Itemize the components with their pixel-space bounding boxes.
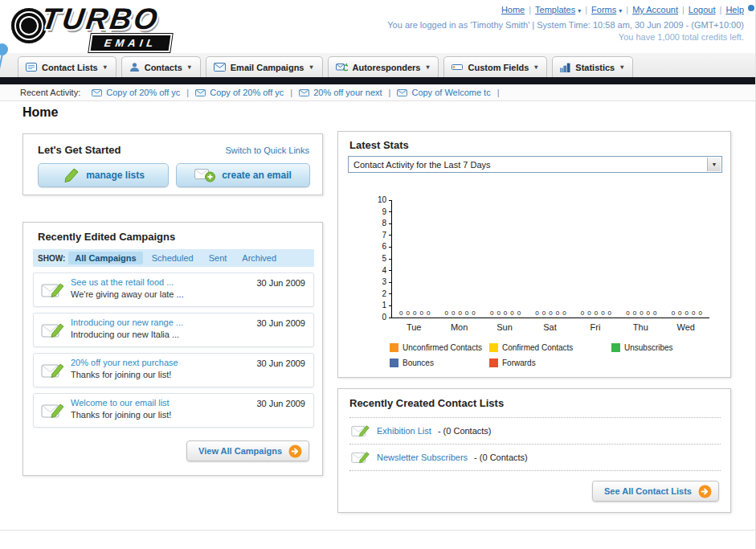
legend-swatch [489,343,498,352]
y-axis-tick [389,318,392,318]
tab-contact-lists[interactable]: Contact Lists▾ [18,56,116,77]
recent-activity-item[interactable]: Copy of Welcome tc [397,88,490,97]
tab-autoresponders[interactable]: Autoresponders▾ [328,56,439,77]
footer-divider [0,530,755,531]
see-all-contact-lists-label: See All Contact Lists [604,486,692,496]
contact-list-link[interactable]: Exhibition List [377,426,431,436]
view-all-campaigns-button[interactable]: View All Campaigns [186,440,309,461]
campaign-card[interactable]: Introducing our new range ...Introducing… [33,313,314,347]
separator: | [497,88,500,97]
contact-list-row[interactable]: Newsletter Subscribers- (0 Contacts) [349,444,721,470]
get-started-title: Let's Get Started [38,144,121,156]
legend-item: Unconfirmed Contacts [390,343,489,352]
top-link-home[interactable]: Home [501,5,525,14]
nav-underline-bar [0,77,755,84]
recent-activity-link[interactable]: Copy of 20% off yc [106,88,180,97]
tab-contacts[interactable]: Contacts▾ [121,56,201,77]
campaign-edit-icon [41,361,65,380]
top-link-help[interactable]: Help [725,5,744,14]
contacts-icon [129,62,140,72]
chevron-down-icon: ▾ [534,64,537,71]
switch-quick-links-link[interactable]: Switch to Quick Links [225,145,309,155]
legend-item: Unsubscribes [611,343,673,352]
contact-list-detail: - (0 Contacts) [438,426,492,436]
recent-activity-link[interactable]: 20% off your next [313,88,382,97]
y-axis-tick-label: 4 [370,267,386,275]
create-email-button[interactable]: create an email [176,163,310,187]
tab-custom-fields[interactable]: Custom Fields▾ [443,56,547,77]
tab-statistics[interactable]: Statistics▾ [552,56,633,77]
manage-lists-button[interactable]: manage lists [38,163,169,187]
y-axis-tick-label: 8 [370,219,386,227]
campaign-card[interactable]: See us at the retail food ...We're givin… [33,272,314,307]
contact-list-items: Exhibition List- (0 Contacts)Newsletter … [349,417,721,471]
campaign-card[interactable]: 20% off your next purchaseThanks for joi… [33,353,314,387]
legend-item: Bounces [390,358,489,367]
y-axis-tick-label: 7 [370,231,386,240]
stats-period-select[interactable]: Contact Activity for the Last 7 Days ▼ [348,156,722,173]
separator: | [186,88,189,97]
show-label: SHOW: [38,254,65,263]
filter-archived[interactable]: Archived [235,252,283,264]
recent-activity-item[interactable]: Copy of 20% off yc [195,88,284,97]
campaign-date: 30 Jun 2009 [256,318,305,328]
contact-list-row[interactable]: Exhibition List- (0 Contacts) [349,417,721,444]
x-axis-label: Sun [482,322,527,332]
y-axis-tick-label: 0 [370,313,386,322]
series-value-labels: 00000 [664,309,709,317]
top-nav: Home|Templates▾|Forms▾|My Account|Logout… [387,5,744,14]
campaigns-panel: Recently Edited Campaigns SHOW: All Camp… [22,222,323,476]
contact-lists-panel: Recently Created Contact Lists Exhibitio… [337,388,731,513]
arrow-circle-icon [698,485,712,498]
email-plus-icon [194,168,215,182]
campaign-subtitle: Thanks for joining our list! [71,370,307,379]
tab-email-campaigns[interactable]: Email Campaigns▾ [206,56,323,77]
main-nav: Contact Lists▾Contacts▾Email Campaigns▾A… [0,53,755,77]
recent-activity-link[interactable]: Copy of Welcome tc [411,88,490,97]
legend-item: Confirmed Contacts [489,343,611,352]
see-all-contact-lists-button[interactable]: See All Contact Lists [592,481,719,502]
x-axis-label: Mon [436,322,481,332]
contact-list-link[interactable]: Newsletter Subscribers [377,453,468,462]
header-right: Home|Templates▾|Forms▾|My Account|Logout… [387,5,744,42]
recent-activity-item[interactable]: 20% off your next [299,88,382,97]
top-link-templates[interactable]: Templates▾ [535,5,581,14]
y-axis-tick-label: 6 [370,243,386,251]
chevron-down-icon: ▾ [188,64,191,71]
filter-scheduled[interactable]: Scheduled [145,252,200,264]
recent-activity-label: Recent Activity: [20,88,80,97]
top-link-forms[interactable]: Forms▾ [591,5,622,14]
chevron-down-icon: ▾ [309,64,313,71]
get-started-panel: Let's Get Started Switch to Quick Links … [22,133,323,195]
recent-activity-link[interactable]: Copy of 20% off yc [210,88,284,97]
recent-activity-item[interactable]: Copy of 20% off yc [92,88,180,97]
y-axis-tick [389,259,392,260]
statistics-icon [560,63,570,72]
y-axis-tick [389,270,392,271]
logo: TURBO EMAIL [10,2,219,51]
y-axis-tick-label: 10 [370,196,386,204]
y-axis-tick [389,247,392,248]
y-axis-tick-label: 3 [370,278,386,286]
campaign-card[interactable]: Welcome to our email listThanks for join… [33,393,314,428]
top-link-logout[interactable]: Logout [689,5,716,14]
series-value-labels: 00000 [437,309,482,317]
top-link-my-account[interactable]: My Account [632,5,678,14]
y-axis-tick-label: 5 [370,255,386,263]
page: TURBO EMAIL Home|Templates▾|Forms▾|My Ac… [0,0,756,549]
y-axis-tick [389,282,392,283]
tab-label: Contacts [145,63,182,72]
separator: | [389,88,391,97]
filter-sent[interactable]: Sent [202,252,234,264]
stats-period-value: Contact Activity for the Last 7 Days [353,160,491,170]
y-axis-tick [389,200,392,201]
arrow-circle-icon [288,445,302,458]
login-info: You are logged in as 'Timothy Smith' | S… [387,20,744,30]
manage-lists-label: manage lists [86,170,145,181]
filter-all-campaigns[interactable]: All Campaigns [68,252,142,264]
logo-subtitle: EMAIL [88,34,173,52]
email-campaigns-icon [214,63,226,72]
series-value-labels: 00000 [392,309,437,317]
stats-legend: Unconfirmed ContactsConfirmed ContactsUn… [390,343,673,367]
logo-title: TURBO [39,2,161,36]
